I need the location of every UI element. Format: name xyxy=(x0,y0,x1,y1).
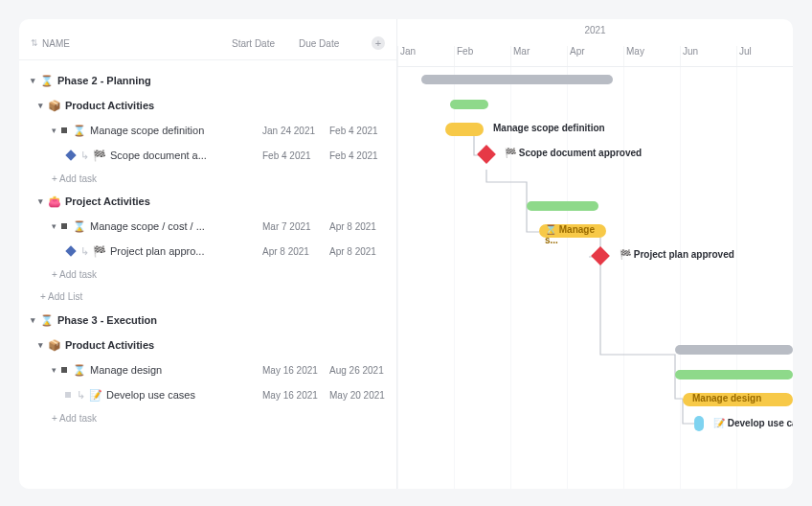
phase-row[interactable]: ▾ ⌛ Phase 3 - Execution xyxy=(31,308,396,333)
task-row[interactable]: ↳ 📝 Develop use cases May 16 2021 May 20… xyxy=(31,382,396,407)
box-icon: 📦 xyxy=(48,100,61,112)
milestone-icon xyxy=(65,245,76,256)
list-header: ⇅ NAME Start Date Due Date + xyxy=(19,19,396,60)
due-date: Feb 4 2021 xyxy=(329,126,396,136)
month-feb: Feb xyxy=(454,46,510,66)
task-list-panel: ⇅ NAME Start Date Due Date + ▾ ⌛ Phase 2… xyxy=(19,19,397,489)
year-label: 2021 xyxy=(397,25,793,35)
due-date: Feb 4 2021 xyxy=(329,150,396,161)
phase-summary-bar[interactable] xyxy=(421,75,613,84)
task-bar-manage-scope-cost[interactable]: ⌛ Manage s... xyxy=(539,224,606,238)
col-name[interactable]: ⇅ NAME xyxy=(31,38,232,49)
gantt-timeline[interactable]: 2021 Jan Feb Mar Apr May Jun Jul xyxy=(397,19,793,489)
milestone-scope-doc[interactable] xyxy=(477,145,496,164)
add-list-button[interactable]: + Add List xyxy=(31,285,396,308)
group-summary-bar[interactable] xyxy=(527,201,598,211)
due-date: May 20 2021 xyxy=(329,390,396,401)
milestone-project-plan[interactable] xyxy=(591,246,610,265)
hourglass-icon: ⌛ xyxy=(73,364,86,377)
hourglass-icon: ⌛ xyxy=(73,125,86,137)
add-task-button[interactable]: + Add task xyxy=(31,168,396,189)
group-title: Product Activities xyxy=(65,100,154,111)
subtask-title: Project plan appro... xyxy=(110,245,204,257)
group-row[interactable]: ▾ 📦 Product Activities xyxy=(31,333,396,357)
month-jan: Jan xyxy=(397,46,454,66)
task-bar-manage-design[interactable]: Manage design xyxy=(683,393,793,406)
start-date: Mar 7 2021 xyxy=(262,221,329,232)
start-date: Jan 24 2021 xyxy=(262,126,329,136)
caret-down-icon: ▾ xyxy=(38,196,48,206)
app-frame: ⇅ NAME Start Date Due Date + ▾ ⌛ Phase 2… xyxy=(19,19,793,489)
doc-icon: 📝 xyxy=(89,389,102,402)
hourglass-icon: ⌛ xyxy=(40,314,54,327)
group-summary-bar[interactable] xyxy=(450,100,488,109)
task-bar-label: Manage scope definition xyxy=(493,123,605,133)
col-start[interactable]: Start Date xyxy=(232,38,299,49)
bag-icon: 👛 xyxy=(48,196,61,208)
month-jun: Jun xyxy=(680,46,736,66)
status-dot-icon xyxy=(61,367,67,373)
due-date: Apr 8 2021 xyxy=(329,246,396,257)
sort-icon: ⇅ xyxy=(31,38,38,48)
month-header: Jan Feb Mar Apr May Jun Jul xyxy=(397,46,793,67)
month-mar: Mar xyxy=(510,46,567,66)
plus-icon: + xyxy=(372,36,385,50)
add-task-button[interactable]: + Add task xyxy=(31,264,396,285)
month-may: May xyxy=(623,46,680,66)
task-bar-inline-label: Manage design xyxy=(692,393,761,403)
milestone-icon xyxy=(65,150,76,160)
subtask-icon: ↳ xyxy=(80,245,89,258)
group-summary-bar[interactable] xyxy=(675,370,793,380)
col-start-label: Start Date xyxy=(232,38,275,49)
col-due[interactable]: Due Date xyxy=(299,38,366,49)
task-bar-develop-use-cases[interactable] xyxy=(694,416,704,431)
start-date: Apr 8 2021 xyxy=(262,246,329,257)
phase-summary-bar[interactable] xyxy=(675,345,793,355)
task-title: Manage scope / cost / ... xyxy=(90,220,205,232)
caret-down-icon: ▾ xyxy=(31,315,40,325)
start-date: May 16 2021 xyxy=(262,365,329,376)
subtask-row[interactable]: ↳ 🏁 Scope document a... Feb 4 2021 Feb 4… xyxy=(31,143,396,168)
milestone-label: 🏁 Scope document approved xyxy=(505,148,642,158)
flag-icon: 🏁 xyxy=(93,245,106,258)
col-due-label: Due Date xyxy=(299,38,339,49)
task-tree: ▾ ⌛ Phase 2 - Planning ▾ 📦 Product Activ… xyxy=(19,60,396,489)
subtask-title: Scope document a... xyxy=(110,150,207,161)
milestone-label: 🏁 Project plan approved xyxy=(620,249,734,260)
phase-row[interactable]: ▾ ⌛ Phase 2 - Planning xyxy=(31,68,396,93)
task-bar-label: 📝 Develop use cases xyxy=(713,418,793,428)
month-jul: Jul xyxy=(736,46,793,66)
task-title: Develop use cases xyxy=(106,389,195,401)
gantt-bars: Manage scope definition 🏁 Scope document… xyxy=(397,67,793,489)
task-bar-inline-label: ⌛ Manage s... xyxy=(545,224,606,245)
caret-down-icon: ▾ xyxy=(52,365,61,375)
box-icon: 📦 xyxy=(48,339,61,352)
due-date: Apr 8 2021 xyxy=(329,221,396,232)
add-column[interactable]: + xyxy=(366,36,385,50)
due-date: Aug 26 2021 xyxy=(329,365,396,376)
task-title: Manage design xyxy=(90,364,162,376)
group-row[interactable]: ▾ 📦 Product Activities xyxy=(31,93,396,118)
status-dot-icon xyxy=(61,223,67,229)
col-name-label: NAME xyxy=(42,38,70,49)
caret-down-icon: ▾ xyxy=(52,126,61,135)
status-dot-icon xyxy=(65,392,71,398)
subtask-icon: ↳ xyxy=(80,150,89,162)
hourglass-icon: ⌛ xyxy=(40,75,54,87)
add-task-button[interactable]: + Add task xyxy=(31,407,396,428)
flag-icon: 🏁 xyxy=(93,150,106,162)
start-date: Feb 4 2021 xyxy=(262,150,329,161)
caret-down-icon: ▾ xyxy=(31,76,40,85)
start-date: May 16 2021 xyxy=(262,390,329,401)
subtask-icon: ↳ xyxy=(77,389,85,402)
phase-title: Phase 2 - Planning xyxy=(57,75,151,86)
task-bar-manage-scope[interactable] xyxy=(445,123,484,136)
task-row[interactable]: ▾ ⌛ Manage scope definition Jan 24 2021 … xyxy=(31,118,396,143)
caret-down-icon: ▾ xyxy=(52,221,61,231)
phase-title: Phase 3 - Execution xyxy=(57,314,157,326)
group-row[interactable]: ▾ 👛 Project Activities xyxy=(31,189,396,214)
subtask-row[interactable]: ↳ 🏁 Project plan appro... Apr 8 2021 Apr… xyxy=(31,239,396,264)
hourglass-icon: ⌛ xyxy=(73,220,86,233)
task-row[interactable]: ▾ ⌛ Manage scope / cost / ... Mar 7 2021… xyxy=(31,214,396,239)
task-row[interactable]: ▾ ⌛ Manage design May 16 2021 Aug 26 202… xyxy=(31,357,396,382)
